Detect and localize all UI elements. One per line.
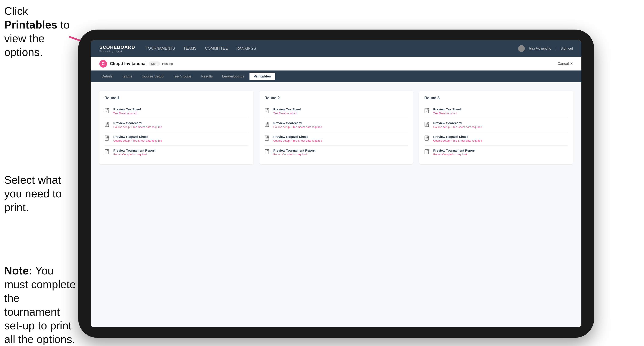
printable-req: Tee Sheet required [273,112,301,115]
round-3-item-3[interactable]: Preview Raguzzi Sheet Course setup + Tee… [424,132,568,146]
tournament-badge: Men [149,61,160,66]
nav-rankings[interactable]: RANKINGS [236,45,256,52]
sign-out-link[interactable]: Sign out [560,47,573,50]
user-email: blair@clippd.io [529,47,551,50]
top-nav: SCOREBOARD Powered by clippd TOURNAMENTS… [91,40,582,57]
tournament-logo: C [99,60,107,68]
sub-header: C Clippd Invitational Men Hosting Cancel… [91,57,582,70]
printable-name: Preview Scorecard [113,121,162,125]
round-2-item-4[interactable]: Preview Tournament Report Round Completi… [264,146,408,159]
close-icon: ✕ [570,61,573,66]
document-icon [264,122,270,129]
printable-text: Preview Tournament Report Round Completi… [273,149,316,156]
separator: | [556,47,556,50]
document-icon [104,149,110,156]
round-1-item-4[interactable]: Preview Tournament Report Round Completi… [104,146,248,159]
annotation-top: Click Printables to view the options. [4,4,72,59]
printable-name: Preview Raguzzi Sheet [433,135,482,139]
printable-req: Round Completion required [433,153,475,156]
printable-name: Preview Tournament Report [273,149,316,152]
tablet-screen: SCOREBOARD Powered by clippd TOURNAMENTS… [91,40,582,327]
tab-bar: Details Teams Course Setup Tee Groups Re… [91,70,582,82]
document-icon [104,135,110,143]
printable-text: Preview Raguzzi Sheet Course setup + Tee… [433,135,482,142]
printable-req: Course setup + Tee Sheet data required [113,139,162,142]
document-icon [424,122,430,129]
user-avatar [518,45,525,52]
annotation-bold: Printables [4,18,57,31]
printable-req: Course setup + Tee Sheet data required [433,139,482,142]
tab-results[interactable]: Results [197,73,217,80]
annotation-note-bold: Note: [4,265,32,277]
printable-text: Preview Tee Sheet Tee Sheet required [273,107,301,115]
printable-name: Preview Tournament Report [113,149,156,152]
printable-name: Preview Tournament Report [433,149,475,152]
scoreboard-logo: SCOREBOARD Powered by clippd [99,44,135,53]
document-icon [264,135,270,143]
document-icon [104,122,110,129]
printable-req: Course setup + Tee Sheet data required [433,125,482,129]
round-1-item-2[interactable]: Preview Scorecard Course setup + Tee She… [104,118,248,132]
tournament-name: Clippd Invitational [110,61,146,66]
tab-details[interactable]: Details [97,73,117,80]
tab-teams[interactable]: Teams [118,73,136,80]
round-1-title: Round 1 [104,96,248,100]
document-icon [264,149,270,156]
printable-name: Preview Tee Sheet [113,107,141,111]
printable-req: Tee Sheet required [113,112,141,115]
nav-teams[interactable]: TEAMS [184,45,197,52]
top-nav-right: blair@clippd.io | Sign out [518,45,573,52]
round-1-item-3[interactable]: Preview Raguzzi Sheet Course setup + Tee… [104,132,248,146]
logo-subtitle: Powered by clippd [99,50,135,53]
printable-name: Preview Raguzzi Sheet [113,135,162,139]
round-2-section: Round 2 Preview Tee Sheet Tee Sheet requ… [260,91,413,164]
printable-text: Preview Scorecard Course setup + Tee She… [113,121,162,129]
document-icon [104,108,110,115]
printable-name: Preview Tee Sheet [433,107,461,111]
cancel-label: Cancel [558,62,569,66]
tab-course-setup[interactable]: Course Setup [138,73,168,80]
printable-req: Course setup + Tee Sheet data required [273,125,322,129]
tab-leaderboards[interactable]: Leaderboards [218,73,249,80]
round-2-item-3[interactable]: Preview Raguzzi Sheet Course setup + Tee… [264,132,408,146]
rounds-grid: Round 1 Preview Tee Sheet Tee Sheet requ… [99,91,573,164]
round-3-title: Round 3 [424,96,568,100]
top-nav-links: TOURNAMENTS TEAMS COMMITTEE RANKINGS [146,45,518,52]
round-1-item-1[interactable]: Preview Tee Sheet Tee Sheet required [104,105,248,118]
round-2-title: Round 2 [264,96,408,100]
document-icon [424,108,430,115]
printable-name: Preview Raguzzi Sheet [273,135,322,139]
printable-req: Course setup + Tee Sheet data required [273,139,322,142]
document-icon [424,135,430,143]
printable-name: Preview Scorecard [273,121,322,125]
printable-text: Preview Raguzzi Sheet Course setup + Tee… [113,135,162,142]
printable-text: Preview Raguzzi Sheet Course setup + Tee… [273,135,322,142]
round-3-item-2[interactable]: Preview Scorecard Course setup + Tee She… [424,118,568,132]
cancel-button[interactable]: Cancel ✕ [558,61,573,66]
printable-text: Preview Scorecard Course setup + Tee She… [433,121,482,129]
printable-req: Tee Sheet required [433,112,461,115]
round-3-item-1[interactable]: Preview Tee Sheet Tee Sheet required [424,105,568,118]
printable-text: Preview Tee Sheet Tee Sheet required [113,107,141,115]
logo-title: SCOREBOARD [99,44,135,50]
printable-text: Preview Tournament Report Round Completi… [433,149,475,156]
tablet-device: SCOREBOARD Powered by clippd TOURNAMENTS… [78,29,594,338]
round-3-item-4[interactable]: Preview Tournament Report Round Completi… [424,146,568,159]
printable-text: Preview Scorecard Course setup + Tee She… [273,121,322,129]
printable-req: Course setup + Tee Sheet data required [113,125,162,129]
printable-req: Round Completion required [113,153,156,156]
nav-committee[interactable]: COMMITTEE [205,45,228,52]
round-1-section: Round 1 Preview Tee Sheet Tee Sheet requ… [99,91,253,164]
printable-name: Preview Tee Sheet [273,107,301,111]
round-2-item-2[interactable]: Preview Scorecard Course setup + Tee She… [264,118,408,132]
annotation-middle: Select what you need to print. [4,173,76,214]
printable-req: Round Completion required [273,153,316,156]
document-icon [424,149,430,156]
round-3-section: Round 3 Preview Tee Sheet Tee Sheet requ… [419,91,573,164]
tab-printables[interactable]: Printables [250,73,275,80]
nav-tournaments[interactable]: TOURNAMENTS [146,45,175,52]
tab-tee-groups[interactable]: Tee Groups [169,73,196,80]
document-icon [264,108,270,115]
round-2-item-1[interactable]: Preview Tee Sheet Tee Sheet required [264,105,408,118]
annotation-bottom: Note: You must complete the tournament s… [4,264,76,346]
